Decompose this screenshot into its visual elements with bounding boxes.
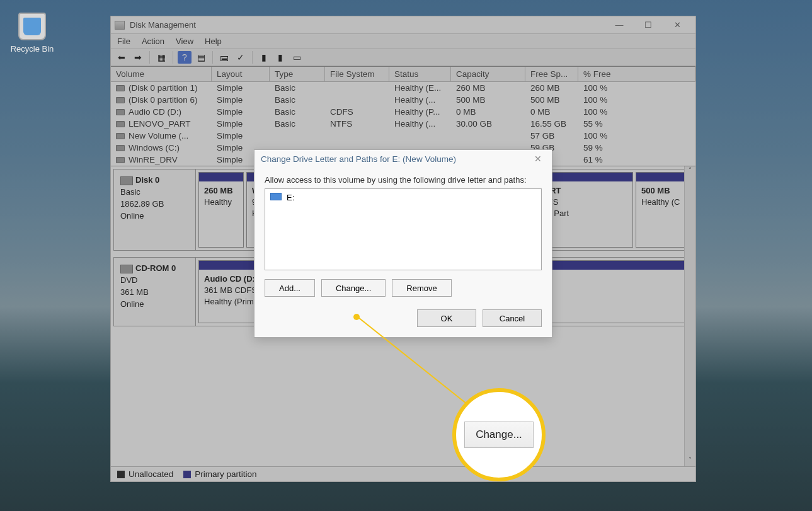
volume-icon — [116, 145, 125, 151]
cdrom-label[interactable]: CD-ROM 0 DVD 361 MB Online — [114, 258, 196, 326]
legend: Unallocated Primary partition — [111, 466, 695, 481]
action-icon-2[interactable]: ▮ — [273, 51, 287, 64]
toolbar: ⬅ ➡ ▦ ? ▤ 🖴 ✓ ▮ ▮ ▭ — [111, 49, 695, 66]
ok-button[interactable]: OK — [417, 309, 476, 327]
maximize-button[interactable]: ☐ — [634, 16, 663, 34]
volume-row[interactable]: (Disk 0 partition 1)SimpleBasicHealthy (… — [111, 82, 695, 94]
change-button[interactable]: Change... — [321, 279, 386, 297]
device-icon[interactable]: 🖴 — [217, 51, 231, 64]
minimize-button[interactable]: — — [605, 16, 634, 34]
volume-icon — [116, 97, 125, 103]
dialog-close-icon[interactable]: ✕ — [530, 154, 546, 164]
col-type[interactable]: Type — [270, 67, 325, 82]
disk-icon — [120, 176, 133, 185]
grid-icon[interactable]: ▦ — [154, 51, 168, 64]
recycle-bin-icon — [18, 13, 46, 40]
change-drive-letter-dialog: Change Drive Letter and Paths for E: (Ne… — [254, 149, 552, 338]
disk-partition[interactable]: 260 MBHealthy — [198, 172, 244, 248]
volume-row[interactable]: Audio CD (D:)SimpleBasicCDFSHealthy (P..… — [111, 106, 695, 118]
menu-help[interactable]: Help — [205, 37, 222, 46]
legend-unalloc-swatch — [117, 471, 125, 478]
cdrom-icon — [120, 265, 133, 273]
volume-icon — [116, 133, 125, 139]
col-capacity[interactable]: Capacity — [451, 67, 525, 82]
add-button[interactable]: Add... — [265, 279, 315, 297]
recycle-bin[interactable]: Recycle Bin — [10, 13, 54, 54]
app-icon — [115, 21, 125, 30]
scroll-up-icon[interactable]: ˄ — [685, 166, 695, 178]
col-volume[interactable]: Volume — [111, 67, 212, 82]
titlebar: Disk Management — ☐ ✕ — [111, 16, 695, 34]
callout-label: Change... — [464, 422, 534, 448]
volume-icon — [116, 157, 125, 163]
help-icon[interactable]: ? — [178, 51, 192, 64]
props-icon[interactable]: ▭ — [290, 51, 304, 64]
cancel-button[interactable]: Cancel — [483, 309, 542, 327]
volume-row[interactable]: LENOVO_PARTSimpleBasicNTFSHealthy (...30… — [111, 118, 695, 130]
menu-view[interactable]: View — [176, 37, 193, 46]
drive-letter-list[interactable]: E: — [265, 188, 542, 270]
callout-anchor-dot — [353, 314, 360, 320]
window-title: Disk Management — [130, 20, 196, 30]
back-icon[interactable]: ⬅ — [115, 51, 129, 64]
volume-header: Volume Layout Type File System Status Ca… — [111, 67, 695, 82]
col-free[interactable]: Free Sp... — [525, 67, 578, 82]
disk0-label[interactable]: Disk 0 Basic 1862.89 GB Online — [114, 169, 196, 250]
menu-action[interactable]: Action — [142, 37, 164, 46]
disk-partition[interactable]: 500 MBHealthy (C — [636, 172, 690, 248]
callout-circle: Change... — [452, 388, 546, 481]
volume-row[interactable]: (Disk 0 partition 6)SimpleBasicHealthy (… — [111, 94, 695, 106]
forward-icon[interactable]: ➡ — [131, 51, 145, 64]
col-layout[interactable]: Layout — [212, 67, 270, 82]
volume-icon — [116, 85, 125, 91]
recycle-bin-label: Recycle Bin — [10, 44, 54, 54]
menubar: File Action View Help — [111, 34, 695, 49]
check-icon[interactable]: ✓ — [234, 51, 248, 64]
col-fs[interactable]: File System — [325, 67, 389, 82]
remove-button[interactable]: Remove — [392, 279, 451, 297]
scrollbar[interactable]: ˄ ˅ — [684, 166, 695, 468]
volume-row[interactable]: New Volume (...Simple57 GB100 % — [111, 130, 695, 142]
dialog-title: Change Drive Letter and Paths for E: (Ne… — [261, 154, 530, 164]
col-status[interactable]: Status — [389, 67, 451, 82]
legend-primary-swatch — [183, 471, 191, 478]
col-pct[interactable]: % Free — [578, 67, 695, 82]
close-button[interactable]: ✕ — [663, 16, 692, 34]
volume-icon — [116, 121, 125, 127]
volume-icon — [116, 109, 125, 115]
action-icon-1[interactable]: ▮ — [257, 51, 271, 64]
calendar-icon[interactable]: ▤ — [194, 51, 208, 64]
dialog-prompt: Allow access to this volume by using the… — [265, 175, 542, 185]
drive-icon — [270, 193, 282, 200]
menu-file[interactable]: File — [117, 37, 130, 46]
